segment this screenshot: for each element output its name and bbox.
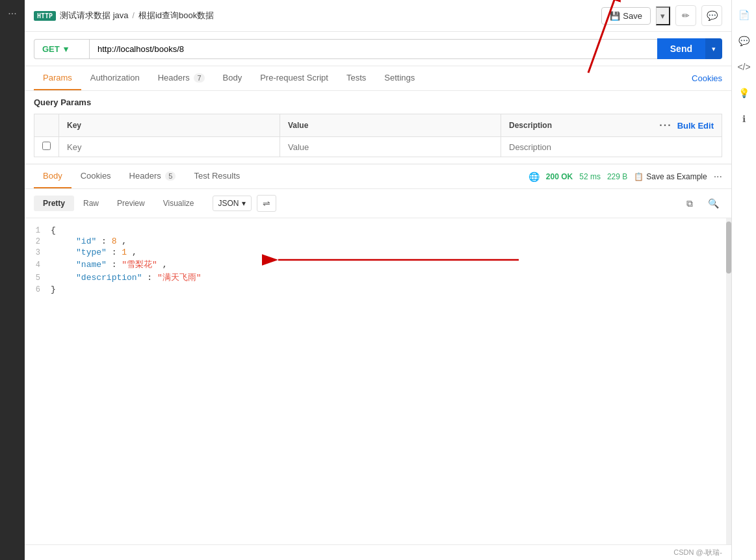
breadcrumb-separator: / [133,11,135,20]
response-tabs-list: Body Cookies Headers 5 Test Results [34,164,249,188]
response-size: 229 B [607,172,627,181]
param-desc-input-cell[interactable] [501,137,722,157]
response-more-button[interactable]: ··· [714,171,722,183]
left-sidebar: ··· [0,0,25,560]
tab-body[interactable]: Body [214,66,252,90]
code-line-5: 5 "description" : "满天飞雨" [25,271,731,284]
code-display: 1 { 2 "id" : 8 , 3 [25,218,731,544]
request-tabs-bar: Params Authorization Headers 7 Body Pre-… [25,66,731,91]
save-example-icon: 📋 [634,172,644,181]
breadcrumb-part1: 测试请求数据 java [60,10,128,21]
response-status: 200 OK [546,172,573,181]
line-content-3: "type" : 1 , [51,248,731,257]
tab-headers[interactable]: Headers 7 [149,66,214,90]
code-subtab-preview[interactable]: Preview [108,196,154,211]
method-label: GET [42,44,60,54]
col-checkbox [34,114,59,137]
wrap-button[interactable]: ⇌ [257,195,276,212]
col-value: Value [280,114,501,137]
line-number-3: 3 [25,248,51,257]
sidebar-dots: ··· [8,8,16,19]
format-dropdown-icon: ▾ [242,199,246,208]
right-sidebar-docs-icon[interactable]: 📄 [737,8,751,22]
tab-settings[interactable]: Settings [375,66,424,90]
globe-icon: 🌐 [528,172,540,182]
edit-button[interactable]: ✏ [675,5,696,26]
right-sidebar-lightbulb-icon[interactable]: 💡 [737,86,751,100]
line-number-2: 2 [25,237,51,246]
scrollbar-track[interactable] [726,218,731,544]
copy-button[interactable]: ⧉ [681,194,699,212]
footer-credit: CSDN @-耿瑞- [673,548,722,556]
format-select[interactable]: JSON ▾ [213,196,252,211]
params-more-button[interactable]: ··· [659,120,671,131]
request-tabs-list: Params Authorization Headers 7 Body Pre-… [34,66,424,90]
section-title: Query Params [34,97,722,107]
response-tab-cookies[interactable]: Cookies [72,164,120,188]
col-key: Key [59,114,280,137]
save-button[interactable]: 💾 Save [601,7,651,25]
right-sidebar-chat-icon[interactable]: 💬 [737,34,751,48]
comment-button[interactable]: 💬 [701,5,722,26]
method-dropdown-icon: ▾ [64,44,68,54]
code-line-2: 2 "id" : 8 , [25,236,731,247]
main-content: HTTP 测试请求数据 java / 根据id查询book数据 💾 Save ▾… [25,0,731,560]
param-key-input-cell[interactable] [59,137,280,157]
send-btn-group: Send ▾ [657,38,722,59]
format-label: JSON [218,199,239,208]
send-dropdown-button[interactable]: ▾ [705,38,722,59]
tab-authorization[interactable]: Authorization [81,66,149,90]
code-line-4: 4 "name" : "雪梨花" , [25,258,731,271]
header-actions: 💾 Save ▾ ✏ 💬 [601,5,722,26]
response-tab-body[interactable]: Body [34,164,72,188]
url-input[interactable] [89,39,657,59]
save-as-example-button[interactable]: 📋 Save as Example [634,172,707,181]
tab-params[interactable]: Params [34,66,81,90]
method-select[interactable]: GET ▾ [34,39,89,59]
save-label: Save [623,11,642,21]
response-area: Body Cookies Headers 5 Test Results 🌐 20… [25,164,731,544]
breadcrumb: HTTP 测试请求数据 java / 根据id查询book数据 [34,10,214,21]
line-content-6: } [51,285,731,294]
right-sidebar: 📄 💬 </> 💡 ℹ [731,0,756,560]
footer: CSDN @-耿瑞- [25,544,731,560]
scrollbar-thumb[interactable] [726,222,731,274]
code-subtab-raw[interactable]: Raw [74,196,108,211]
line-content-2: "id" : 8 , [51,236,731,246]
response-tab-headers[interactable]: Headers 5 [120,164,185,188]
header-bar: HTTP 测试请求数据 java / 根据id查询book数据 💾 Save ▾… [25,0,731,32]
param-desc-input[interactable] [509,142,714,152]
param-key-input[interactable] [67,142,272,152]
line-content-1: { [51,225,731,235]
param-checkbox[interactable] [42,142,51,150]
params-table: Key Value Description ··· Bulk Edit [34,114,722,157]
right-sidebar-code-icon[interactable]: </> [737,60,751,74]
param-value-input[interactable] [288,142,493,152]
response-tabs-bar: Body Cookies Headers 5 Test Results 🌐 20… [25,164,731,189]
tab-tests[interactable]: Tests [337,66,375,90]
code-line-3: 3 "type" : 1 , [25,247,731,258]
query-params-section: Query Params Key Value Description ··· [25,91,731,164]
save-dropdown-arrow[interactable]: ▾ [656,6,670,25]
line-content-5: "description" : "满天飞雨" [51,272,731,283]
line-number-5: 5 [25,274,51,283]
bulk-edit-link[interactable]: Bulk Edit [677,121,714,131]
param-value-input-cell[interactable] [280,137,501,157]
code-subtabs: Pretty Raw Preview Visualize JSON ▾ ⇌ ⧉ … [25,189,731,218]
response-tab-test-results[interactable]: Test Results [185,164,249,188]
code-subtab-visualize[interactable]: Visualize [154,196,203,211]
code-subtab-pretty[interactable]: Pretty [34,196,74,211]
right-sidebar-info-icon[interactable]: ℹ [737,112,751,126]
response-time: 52 ms [579,172,601,181]
line-number-1: 1 [25,226,51,235]
cookies-link[interactable]: Cookies [692,73,722,83]
send-button[interactable]: Send [657,38,705,59]
tab-pre-request-script[interactable]: Pre-request Script [251,66,337,90]
line-number-4: 4 [25,261,51,270]
params-row-empty [34,137,722,157]
subtab-actions: ⧉ 🔍 [681,194,722,212]
breadcrumb-part2: 根据id查询book数据 [138,10,214,21]
save-icon: 💾 [610,11,620,21]
save-example-label: Save as Example [646,172,707,181]
search-button[interactable]: 🔍 [704,194,722,212]
